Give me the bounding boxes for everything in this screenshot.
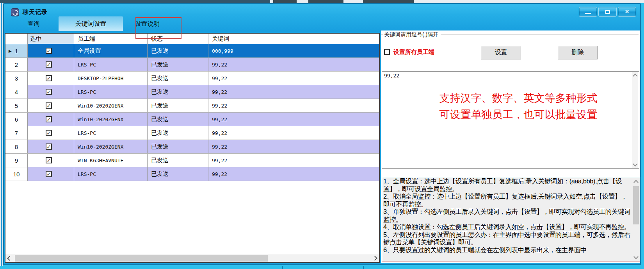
groupbox-label: 关键词请用逗号(,)隔开 bbox=[383, 31, 441, 38]
background-left-window-border bbox=[1, 3, 2, 266]
row-checkbox[interactable]: ✓ bbox=[46, 130, 52, 136]
textarea-scrollbar[interactable] bbox=[632, 72, 639, 168]
close-button[interactable]: × bbox=[618, 7, 636, 17]
keyword-settings-panel: 关键词请用逗号(,)隔开 设置所有员工端 设置 删除 99,22 支持汉字、数字… bbox=[381, 30, 640, 263]
tab-keyword-settings[interactable]: 关键词设置 bbox=[59, 16, 123, 31]
set-all-clients-checkbox[interactable] bbox=[384, 49, 390, 55]
row-select-cell: ✓ bbox=[28, 126, 74, 140]
titlebar[interactable]: 聊天记录 × bbox=[3, 3, 641, 16]
table-row[interactable]: ▶1✓全局设置已发送000,999 bbox=[5, 44, 379, 58]
row-checkbox[interactable]: ✓ bbox=[46, 171, 52, 177]
row-number[interactable]: 3 bbox=[5, 72, 28, 85]
horizontal-scrollbar[interactable] bbox=[5, 254, 379, 262]
instruction-item: 3、单独设置：勾选左侧员工后录入关键词，点击【设置】，即可实现对勾选员工的关键词… bbox=[383, 208, 632, 223]
table-row[interactable]: 10✓LRS-PC已发送99,22 bbox=[5, 167, 379, 181]
instruction-item: 5、左侧没有列出要设置的员工怎么办：在主界面中选中要设置的员工端，可多选，然后右… bbox=[383, 231, 632, 246]
client-name-cell: LRS-PC bbox=[74, 85, 148, 99]
row-number[interactable]: 2 bbox=[5, 58, 28, 71]
horizontal-scrollbar-thumb[interactable] bbox=[15, 255, 268, 262]
client-name-cell: LRS-PC bbox=[74, 126, 148, 140]
background-bottom-strip bbox=[0, 266, 644, 269]
row-checkbox[interactable]: ✓ bbox=[46, 116, 52, 122]
maximize-button[interactable] bbox=[598, 7, 617, 17]
scroll-right-icon[interactable] bbox=[372, 254, 379, 262]
minimize-icon bbox=[585, 13, 591, 14]
row-number[interactable]: 6 bbox=[5, 113, 28, 126]
column-header-selected[interactable]: 选中 bbox=[28, 34, 74, 44]
table-row[interactable]: 8✓Win10-2020ZGENX已发送99,22 bbox=[5, 140, 379, 154]
maximize-icon bbox=[605, 10, 610, 14]
keywords-cell: 99,22 bbox=[208, 154, 379, 167]
instructions-scrollbar-thumb[interactable] bbox=[633, 186, 639, 224]
client-name-cell: 全局设置 bbox=[74, 44, 148, 57]
background-text-fragment bbox=[273, 0, 297, 3]
keywords-cell: 99,22 bbox=[208, 140, 379, 153]
column-header-client[interactable]: 员工端 bbox=[74, 34, 148, 44]
status-cell: 已发送 bbox=[148, 167, 208, 181]
instructions-scrollbar[interactable] bbox=[633, 178, 639, 261]
row-number[interactable]: 10 bbox=[5, 167, 28, 181]
instructions-text: 1、全局设置：选中上边【设置所有员工】复选框后,录入关键词如：(aaa,bbb)… bbox=[383, 178, 632, 254]
table-row[interactable]: 2✓LRS-PC已发送99,22 bbox=[5, 58, 379, 72]
status-cell: 已发送 bbox=[148, 154, 208, 167]
background-text-fragment bbox=[308, 0, 343, 3]
tab-settings-help[interactable]: 设置说明 bbox=[123, 16, 172, 31]
window-controls: × bbox=[579, 7, 636, 17]
scroll-down-icon[interactable] bbox=[633, 254, 639, 260]
set-button[interactable]: 设置 bbox=[481, 46, 521, 59]
row-checkbox[interactable]: ✓ bbox=[46, 75, 52, 81]
tab-bar: 查询 关键词设置 设置说明 bbox=[3, 16, 641, 31]
row-checkbox[interactable]: ✓ bbox=[46, 48, 52, 54]
row-number[interactable]: 5 bbox=[5, 99, 28, 112]
tab-query[interactable]: 查询 bbox=[9, 16, 59, 31]
instruction-item: 6、只要设置过的关键词的员工端就会在左侧列表中显示出来，在主界面中 bbox=[383, 246, 632, 254]
row-number[interactable]: 9 bbox=[5, 154, 28, 167]
client-name-cell: WIN-K63HFAVNUIE bbox=[74, 154, 148, 167]
table-row[interactable]: 3✓DESKTOP-2LPFHOH已发送99,22 bbox=[5, 72, 379, 85]
scroll-up-icon[interactable] bbox=[633, 178, 639, 185]
row-checkbox[interactable]: ✓ bbox=[46, 102, 52, 109]
keywords-cell: 99,22 bbox=[208, 85, 379, 99]
keywords-textarea[interactable]: 99,22 支持汉字、数字、英文等多种形式 可设置单独员工，也可以批量设置 bbox=[382, 71, 639, 169]
row-number[interactable]: 7 bbox=[5, 126, 28, 140]
instruction-item: 2、取消全局监控：选中上边【设置所有员工】复选框后,关键词录入如空,点击【设置】… bbox=[383, 193, 632, 208]
column-header-status[interactable]: 状态 bbox=[148, 34, 208, 44]
background-text-fragment bbox=[363, 0, 414, 3]
row-checkbox[interactable]: ✓ bbox=[46, 143, 52, 150]
scroll-left-icon[interactable] bbox=[5, 254, 12, 262]
employee-keyword-grid: 选中 员工端 状态 关键词 ▶1✓全局设置已发送000,9992✓LRS-PC已… bbox=[5, 33, 380, 263]
scroll-up-icon[interactable] bbox=[632, 72, 639, 78]
table-row[interactable]: 5✓Win10-2020ZGENX已发送99,22 bbox=[5, 99, 379, 113]
background-divider bbox=[363, 266, 364, 269]
current-row-pointer-icon: ▶ bbox=[9, 49, 12, 53]
column-header-keywords[interactable]: 关键词 bbox=[208, 34, 379, 44]
status-cell: 已发送 bbox=[148, 113, 208, 126]
table-row[interactable]: 4✓LRS-PC已发送99,22 bbox=[5, 85, 379, 99]
status-cell: 已发送 bbox=[148, 44, 208, 57]
delete-button[interactable]: 删除 bbox=[558, 46, 598, 59]
row-header-column bbox=[5, 34, 28, 44]
table-row[interactable]: 6✓Win10-2020ZGENX已发送99,22 bbox=[5, 113, 379, 126]
client-name-cell: LRS-PC bbox=[74, 58, 148, 71]
row-number[interactable]: ▶1 bbox=[5, 44, 28, 57]
app-icon-swirl bbox=[11, 9, 20, 17]
row-checkbox[interactable]: ✓ bbox=[46, 61, 52, 68]
keywords-cell: 99,22 bbox=[208, 167, 379, 181]
keywords-cell: 000,999 bbox=[208, 44, 379, 57]
minimize-button[interactable] bbox=[579, 7, 597, 17]
client-name-cell: Win10-2020ZGENX bbox=[74, 99, 148, 112]
row-checkbox[interactable]: ✓ bbox=[46, 157, 52, 163]
row-number[interactable]: 4 bbox=[5, 85, 28, 99]
set-all-clients-label: 设置所有员工端 bbox=[393, 48, 434, 56]
red-annotation-text: 支持汉字、数字、英文等多种形式 可设置单独员工，也可以批量设置 bbox=[409, 90, 627, 123]
scroll-down-icon[interactable] bbox=[632, 161, 639, 168]
client-name-cell: Win10-2020ZGENX bbox=[74, 113, 148, 126]
table-row[interactable]: 9✓WIN-K63HFAVNUIE已发送99,22 bbox=[5, 154, 379, 167]
table-row[interactable]: 7✓LRS-PC已发送99,22 bbox=[5, 126, 379, 140]
client-name-cell: DESKTOP-2LPFHOH bbox=[74, 72, 148, 85]
row-number[interactable]: 8 bbox=[5, 140, 28, 153]
row-checkbox[interactable]: ✓ bbox=[46, 89, 52, 95]
row-select-cell: ✓ bbox=[28, 85, 74, 99]
keywords-textarea-value: 99,22 bbox=[384, 73, 399, 79]
row-select-cell: ✓ bbox=[28, 99, 74, 112]
